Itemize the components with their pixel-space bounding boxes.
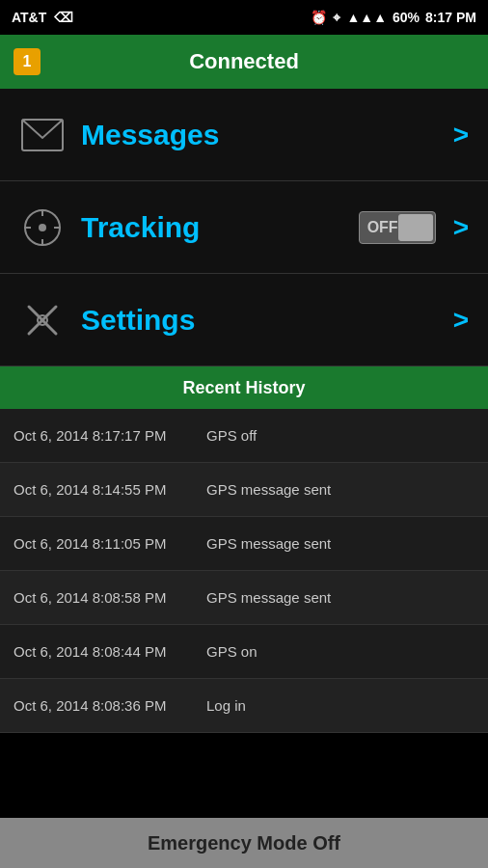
- history-row: Oct 6, 2014 8:11:05 PMGPS message sent: [0, 517, 488, 571]
- carrier-text: AT&T: [12, 10, 46, 25]
- messages-icon: [19, 112, 66, 158]
- status-right: ⏰ ⌖ ▲▲▲ 60% 8:17 PM: [311, 10, 476, 26]
- app-header: 1 Connected: [0, 35, 488, 89]
- tracking-icon: [19, 204, 66, 251]
- signal-icon: ▲▲▲: [346, 10, 387, 25]
- history-event: Log in: [206, 697, 246, 714]
- history-event: GPS message sent: [206, 535, 331, 552]
- usb-icon: ⌫: [54, 10, 73, 25]
- settings-chevron: >: [453, 305, 469, 336]
- status-bar: AT&T ⌫ ⏰ ⌖ ▲▲▲ 60% 8:17 PM: [0, 0, 488, 35]
- history-row: Oct 6, 2014 8:14:55 PMGPS message sent: [0, 463, 488, 517]
- header-title: Connected: [52, 49, 436, 74]
- history-time: Oct 6, 2014 8:08:58 PM: [14, 589, 206, 606]
- history-event: GPS message sent: [206, 589, 331, 606]
- history-time: Oct 6, 2014 8:17:17 PM: [14, 427, 206, 444]
- history-list: Oct 6, 2014 8:17:17 PMGPS offOct 6, 2014…: [0, 409, 488, 733]
- tracking-label: Tracking: [81, 211, 359, 244]
- svg-point-2: [39, 224, 46, 231]
- history-time: Oct 6, 2014 8:11:05 PM: [14, 535, 206, 552]
- recent-history-header: Recent History: [0, 366, 488, 409]
- recent-history-title: Recent History: [182, 378, 305, 398]
- emergency-bar[interactable]: Emergency Mode Off: [0, 818, 488, 868]
- messages-label: Messages: [81, 119, 446, 151]
- history-row: Oct 6, 2014 8:17:17 PMGPS off: [0, 409, 488, 463]
- tracking-chevron: >: [453, 212, 469, 243]
- time-text: 8:17 PM: [425, 10, 476, 25]
- messages-menu-item[interactable]: Messages >: [0, 89, 488, 181]
- history-row: Oct 6, 2014 8:08:58 PMGPS message sent: [0, 571, 488, 625]
- toggle-knob: [398, 214, 433, 241]
- settings-label: Settings: [81, 304, 446, 337]
- history-time: Oct 6, 2014 8:08:36 PM: [14, 697, 206, 714]
- settings-icon: [19, 297, 66, 343]
- history-row: Oct 6, 2014 8:08:36 PMLog in: [0, 679, 488, 733]
- notification-badge: 1: [14, 48, 41, 75]
- alarm-icon: ⏰: [311, 10, 327, 25]
- history-event: GPS on: [206, 643, 258, 660]
- history-row: Oct 6, 2014 8:08:44 PMGPS on: [0, 625, 488, 679]
- battery-text: 60%: [393, 10, 420, 25]
- history-time: Oct 6, 2014 8:08:44 PM: [14, 643, 206, 660]
- tracking-toggle[interactable]: OFF: [359, 211, 436, 244]
- status-left: AT&T ⌫: [12, 10, 73, 25]
- toggle-off-label: OFF: [367, 219, 398, 236]
- wifi-icon: ⌖: [333, 10, 340, 26]
- history-event: GPS message sent: [206, 481, 331, 498]
- tracking-menu-item[interactable]: Tracking OFF >: [0, 181, 488, 274]
- history-event: GPS off: [206, 427, 257, 444]
- history-time: Oct 6, 2014 8:14:55 PM: [14, 481, 206, 498]
- settings-menu-item[interactable]: Settings >: [0, 274, 488, 366]
- emergency-text: Emergency Mode Off: [148, 832, 340, 854]
- messages-chevron: >: [453, 120, 469, 150]
